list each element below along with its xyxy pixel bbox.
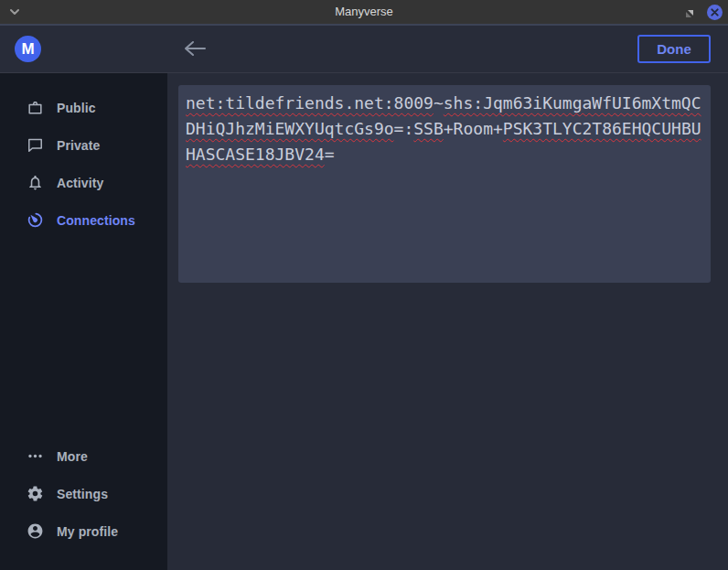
- sidebar-item-label: Connections: [57, 213, 135, 228]
- sidebar-item-settings[interactable]: Settings: [0, 475, 167, 512]
- sidebar: PublicPrivateActivityConnections MoreSet…: [0, 73, 167, 570]
- sidebar-item-label: More: [57, 449, 88, 464]
- arrow-left-icon: [182, 38, 208, 59]
- sidebar-item-label: Settings: [57, 487, 108, 501]
- invite-text-segment: =: [325, 145, 335, 164]
- sidebar-item-label: Private: [57, 138, 100, 153]
- main-content: net:tildefriends.net:8009~shs:Jqm63iKumg…: [167, 73, 728, 570]
- invite-text-segment: shs:Jqm63iKumgaWfUI6mXtmQC: [444, 93, 701, 113]
- bell-icon: [27, 174, 44, 191]
- restore-icon: [684, 8, 695, 19]
- invite-code-line: HASCASE18JBV24=: [186, 142, 703, 167]
- restore-button[interactable]: [684, 6, 695, 17]
- sidebar-item-label: Public: [57, 101, 96, 115]
- window-title: Manyverse: [0, 0, 728, 24]
- gear-icon: [27, 485, 44, 502]
- app-window: Manyverse M Done PublicPrivateActivityCo…: [0, 0, 728, 570]
- sidebar-item-connections[interactable]: Connections: [0, 201, 167, 239]
- sidebar-item-private[interactable]: Private: [0, 126, 167, 164]
- connections-dial-icon: [27, 211, 44, 229]
- invite-text-segment: +Room+: [444, 119, 503, 138]
- sidebar-main-group: PublicPrivateActivityConnections: [0, 89, 167, 239]
- chat-bubble-icon: [27, 136, 44, 154]
- invite-text-segment: HASCASE18JBV24: [186, 145, 325, 164]
- manyverse-logo: M: [15, 36, 41, 62]
- app-header: M Done: [0, 26, 728, 73]
- invite-text-segment: net:tildefriends.net:8009: [186, 93, 434, 113]
- sidebar-item-label: My profile: [57, 524, 118, 539]
- ellipsis-icon: [27, 447, 44, 465]
- invite-text-segment: SSB: [413, 119, 444, 138]
- back-button[interactable]: [182, 38, 208, 61]
- window-controls: [672, 0, 723, 24]
- invite-code-input[interactable]: net:tildefriends.net:8009~shs:Jqm63iKumg…: [178, 85, 711, 283]
- sidebar-item-more[interactable]: More: [0, 437, 167, 475]
- close-button[interactable]: [707, 5, 723, 20]
- sidebar-item-activity[interactable]: Activity: [0, 164, 167, 201]
- sidebar-item-label: Activity: [57, 176, 103, 190]
- done-button[interactable]: Done: [637, 35, 711, 63]
- sidebar-footer-group: MoreSettingsMy profile: [0, 437, 167, 550]
- invite-text-segment: =:: [394, 119, 414, 138]
- invite-text-segment: ~: [434, 93, 444, 113]
- sidebar-item-public[interactable]: Public: [0, 89, 167, 126]
- sidebar-item-my-profile[interactable]: My profile: [0, 512, 167, 550]
- close-icon: [711, 8, 719, 16]
- public-bag-icon: [27, 99, 44, 116]
- profile-icon: [27, 522, 44, 540]
- titlebar: Manyverse: [0, 0, 728, 24]
- invite-text-segment: PSK3TLYC2T86EHQCUHBU: [503, 119, 701, 138]
- invite-code-line: net:tildefriends.net:8009~shs:Jqm63iKumg…: [186, 91, 703, 116]
- invite-text-segment: DHiQJhzMiEWXYUqtcGs9o: [186, 119, 394, 138]
- invite-code-line: DHiQJhzMiEWXYUqtcGs9o=:SSB+Room+PSK3TLYC…: [186, 116, 703, 142]
- app-body: PublicPrivateActivityConnections MoreSet…: [0, 73, 728, 570]
